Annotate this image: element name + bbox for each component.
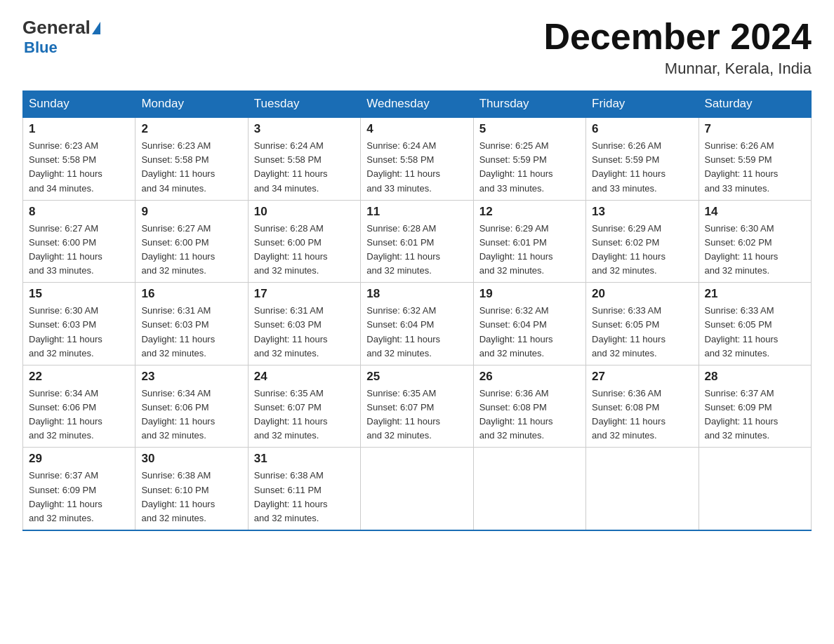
page-header: General Blue December 2024 Munnar, Keral… [22,17,812,78]
title-block: December 2024 Munnar, Kerala, India [543,17,812,78]
day-number: 14 [705,205,805,219]
day-number: 28 [705,370,805,384]
logo-triangle-icon [92,22,100,34]
calendar-cell: 29Sunrise: 6:37 AMSunset: 6:09 PMDayligh… [23,448,135,530]
day-info: Sunrise: 6:28 AMSunset: 6:01 PMDaylight:… [366,222,467,279]
day-number: 13 [592,205,692,219]
calendar-cell: 26Sunrise: 6:36 AMSunset: 6:08 PMDayligh… [473,365,585,448]
calendar-cell: 19Sunrise: 6:32 AMSunset: 6:04 PMDayligh… [473,283,585,365]
location-text: Munnar, Kerala, India [543,60,812,78]
day-number: 5 [479,122,580,136]
day-number: 31 [254,452,355,466]
calendar-cell: 16Sunrise: 6:31 AMSunset: 6:03 PMDayligh… [135,283,248,365]
header-row: SundayMondayTuesdayWednesdayThursdayFrid… [23,91,812,118]
calendar-cell: 4Sunrise: 6:24 AMSunset: 5:58 PMDaylight… [361,117,473,200]
day-info: Sunrise: 6:36 AMSunset: 6:08 PMDaylight:… [479,387,580,443]
day-number: 24 [254,370,355,384]
day-number: 20 [592,287,692,301]
day-info: Sunrise: 6:27 AMSunset: 6:00 PMDaylight:… [141,222,241,279]
calendar-cell [361,448,473,530]
calendar-cell: 23Sunrise: 6:34 AMSunset: 6:06 PMDayligh… [135,365,248,448]
day-number: 2 [141,122,241,136]
calendar-cell: 13Sunrise: 6:29 AMSunset: 6:02 PMDayligh… [586,200,699,283]
logo-general-text: General [22,17,91,39]
day-number: 22 [29,370,129,384]
calendar-cell: 9Sunrise: 6:27 AMSunset: 6:00 PMDaylight… [135,200,248,283]
day-info: Sunrise: 6:25 AMSunset: 5:59 PMDaylight:… [479,139,580,196]
day-number: 12 [479,205,580,219]
calendar-cell: 11Sunrise: 6:28 AMSunset: 6:01 PMDayligh… [361,200,473,283]
day-info: Sunrise: 6:31 AMSunset: 6:03 PMDaylight:… [141,304,241,361]
day-info: Sunrise: 6:24 AMSunset: 5:58 PMDaylight:… [366,139,467,196]
day-number: 26 [479,370,580,384]
week-row-3: 15Sunrise: 6:30 AMSunset: 6:03 PMDayligh… [23,283,812,365]
calendar-cell: 6Sunrise: 6:26 AMSunset: 5:59 PMDaylight… [586,117,699,200]
logo: General Blue [22,17,102,57]
day-info: Sunrise: 6:29 AMSunset: 6:02 PMDaylight:… [592,222,692,279]
day-info: Sunrise: 6:34 AMSunset: 6:06 PMDaylight:… [141,387,241,443]
calendar-cell: 27Sunrise: 6:36 AMSunset: 6:08 PMDayligh… [586,365,699,448]
day-number: 15 [29,287,129,301]
col-header-tuesday: Tuesday [248,91,360,118]
week-row-1: 1Sunrise: 6:23 AMSunset: 5:58 PMDaylight… [23,117,812,200]
calendar-cell: 30Sunrise: 6:38 AMSunset: 6:10 PMDayligh… [135,448,248,530]
day-number: 16 [141,287,241,301]
day-number: 4 [366,122,467,136]
day-number: 8 [29,205,129,219]
day-info: Sunrise: 6:32 AMSunset: 6:04 PMDaylight:… [479,304,580,361]
day-number: 18 [366,287,467,301]
calendar-cell: 12Sunrise: 6:29 AMSunset: 6:01 PMDayligh… [473,200,585,283]
col-header-friday: Friday [586,91,699,118]
day-info: Sunrise: 6:33 AMSunset: 6:05 PMDaylight:… [705,304,805,361]
day-info: Sunrise: 6:26 AMSunset: 5:59 PMDaylight:… [705,139,805,196]
day-info: Sunrise: 6:33 AMSunset: 6:05 PMDaylight:… [592,304,692,361]
day-number: 29 [29,452,129,466]
calendar-body: 1Sunrise: 6:23 AMSunset: 5:58 PMDaylight… [23,117,812,530]
day-number: 30 [141,452,241,466]
month-title: December 2024 [543,17,812,57]
day-info: Sunrise: 6:28 AMSunset: 6:00 PMDaylight:… [254,222,355,279]
calendar-cell: 14Sunrise: 6:30 AMSunset: 6:02 PMDayligh… [699,200,811,283]
logo-blue-text: Blue [24,39,58,57]
day-info: Sunrise: 6:32 AMSunset: 6:04 PMDaylight:… [366,304,467,361]
calendar-cell: 2Sunrise: 6:23 AMSunset: 5:58 PMDaylight… [135,117,248,200]
col-header-saturday: Saturday [699,91,811,118]
day-info: Sunrise: 6:30 AMSunset: 6:03 PMDaylight:… [29,304,129,361]
day-number: 27 [592,370,692,384]
day-number: 23 [141,370,241,384]
calendar-cell: 22Sunrise: 6:34 AMSunset: 6:06 PMDayligh… [23,365,135,448]
calendar-cell: 1Sunrise: 6:23 AMSunset: 5:58 PMDaylight… [23,117,135,200]
day-number: 9 [141,205,241,219]
day-number: 7 [705,122,805,136]
day-number: 3 [254,122,355,136]
day-info: Sunrise: 6:37 AMSunset: 6:09 PMDaylight:… [29,469,129,525]
calendar-cell: 21Sunrise: 6:33 AMSunset: 6:05 PMDayligh… [699,283,811,365]
calendar-cell: 24Sunrise: 6:35 AMSunset: 6:07 PMDayligh… [248,365,360,448]
calendar-cell: 8Sunrise: 6:27 AMSunset: 6:00 PMDaylight… [23,200,135,283]
calendar-cell: 25Sunrise: 6:35 AMSunset: 6:07 PMDayligh… [361,365,473,448]
day-info: Sunrise: 6:34 AMSunset: 6:06 PMDaylight:… [29,387,129,443]
day-info: Sunrise: 6:24 AMSunset: 5:58 PMDaylight:… [254,139,355,196]
day-number: 17 [254,287,355,301]
day-info: Sunrise: 6:37 AMSunset: 6:09 PMDaylight:… [705,387,805,443]
col-header-wednesday: Wednesday [361,91,473,118]
day-info: Sunrise: 6:36 AMSunset: 6:08 PMDaylight:… [592,387,692,443]
day-info: Sunrise: 6:38 AMSunset: 6:10 PMDaylight:… [141,469,241,525]
calendar-cell: 18Sunrise: 6:32 AMSunset: 6:04 PMDayligh… [361,283,473,365]
calendar-cell [473,448,585,530]
week-row-5: 29Sunrise: 6:37 AMSunset: 6:09 PMDayligh… [23,448,812,530]
calendar-cell: 7Sunrise: 6:26 AMSunset: 5:59 PMDaylight… [699,117,811,200]
calendar-cell: 10Sunrise: 6:28 AMSunset: 6:00 PMDayligh… [248,200,360,283]
day-info: Sunrise: 6:23 AMSunset: 5:58 PMDaylight:… [141,139,241,196]
day-number: 11 [366,205,467,219]
day-info: Sunrise: 6:29 AMSunset: 6:01 PMDaylight:… [479,222,580,279]
day-number: 10 [254,205,355,219]
calendar-cell: 20Sunrise: 6:33 AMSunset: 6:05 PMDayligh… [586,283,699,365]
day-info: Sunrise: 6:38 AMSunset: 6:11 PMDaylight:… [254,469,355,525]
week-row-4: 22Sunrise: 6:34 AMSunset: 6:06 PMDayligh… [23,365,812,448]
calendar-cell [586,448,699,530]
col-header-sunday: Sunday [23,91,135,118]
day-number: 6 [592,122,692,136]
col-header-monday: Monday [135,91,248,118]
calendar-cell: 17Sunrise: 6:31 AMSunset: 6:03 PMDayligh… [248,283,360,365]
